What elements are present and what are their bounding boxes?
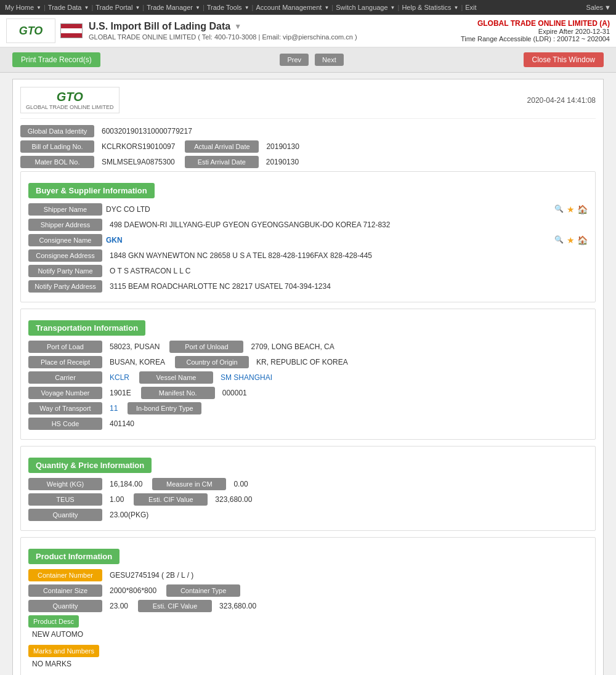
header-bar: GTO U.S. Import Bill of Lading Data ▼ GL…	[0, 15, 616, 47]
teus-cif-row: TEUS 1.00 Esti. CIF Value 323,680.00	[28, 493, 588, 509]
notify-party-name-value: O T S ASTRACON L L C	[106, 265, 588, 277]
container-number-row: Container Number GESU2745194 ( 2B / L / …	[28, 569, 588, 581]
global-data-identity-value: 6003201901310000779217	[98, 125, 596, 137]
notify-party-address-row: Notify Party Address 3115 BEAM ROADCHARL…	[28, 280, 588, 293]
quantity-price-section: Quantity & Price Information Weight (KG)…	[20, 446, 596, 531]
shipper-name-value: DYC CO LTD	[106, 205, 150, 214]
shipper-home-icon[interactable]: 🏠	[577, 204, 588, 214]
hs-code-label: HS Code	[28, 418, 102, 430]
consignee-address-value: 1848 GKN WAYNEWTON NC 28658 U S A TEL 82…	[106, 249, 588, 262]
hs-code-row: HS Code 401140	[28, 418, 588, 430]
nav-trade-portal[interactable]: Trade Portal▼	[95, 4, 140, 11]
main-content: GTO GLOBAL TRADE ONLINE LIMITED 2020-04-…	[12, 79, 604, 675]
consignee-star-icon[interactable]: ★	[567, 235, 575, 245]
global-data-identity-row: Global Data Identity 6003201901310000779…	[20, 125, 596, 137]
esti-cif-qty-value: 323,680.00	[211, 493, 256, 506]
transportation-header: Transportation Information	[28, 320, 145, 336]
manifest-no-label: Manifest No.	[141, 387, 215, 399]
actual-arrival-row: Actual Arrival Date 20190130	[185, 140, 302, 153]
container-size-value: 2000*806*800	[106, 584, 160, 597]
container-number-label: Container Number	[28, 569, 102, 581]
vessel-name-value: SM SHANGHAI	[217, 371, 276, 384]
carrier-label: Carrier	[28, 371, 102, 384]
measure-cm-value: 0.00	[230, 478, 251, 490]
product-desc-section: Product Desc NEW AUTOMO	[28, 615, 588, 641]
in-bond-entry-value	[205, 406, 213, 410]
master-bol-label: Mater BOL No.	[20, 156, 94, 168]
shipper-star-icon[interactable]: ★	[567, 204, 575, 214]
country-of-origin-value: KR, REPUBLIC OF KOREA	[253, 356, 352, 368]
weight-kg-label: Weight (KG)	[28, 478, 102, 490]
consignee-name-label: Consignee Name	[28, 234, 102, 246]
shipper-name-row: Shipper Name DYC CO LTD 🔍 ★ 🏠	[28, 203, 588, 216]
transport-inbond-row: Way of Transport 11 In-bond Entry Type	[28, 402, 588, 418]
account-company: GLOBAL TRADE ONLINE LIMITED (A)	[461, 19, 610, 28]
consignee-address-label: Consignee Address	[28, 249, 102, 262]
weight-measure-row: Weight (KG) 16,184.00 Measure in CM 0.00	[28, 478, 588, 493]
nav-my-home[interactable]: My Home▼	[5, 4, 41, 11]
marks-value: NO MARKS	[28, 657, 588, 671]
consignee-name-value: GKN	[106, 236, 123, 245]
master-bol-row: Mater BOL No. SMLMSEL9A0875300 Esti Arri…	[20, 156, 596, 171]
actual-arrival-label: Actual Arrival Date	[185, 140, 259, 153]
place-country-row: Place of Receipt BUSAN, KOREA Country of…	[28, 356, 588, 371]
product-qty-value: 23.00	[106, 600, 132, 612]
product-cif-label: Esti. CIF Value	[138, 600, 212, 612]
place-of-receipt-value: BUSAN, KOREA	[106, 356, 169, 368]
bol-no-label: Bill of Lading No.	[20, 140, 94, 153]
doc-logo: GTO GLOBAL TRADE ONLINE LIMITED	[20, 87, 120, 113]
port-of-load-value: 58023, PUSAN	[106, 341, 163, 353]
nav-exit[interactable]: Exit	[465, 4, 477, 11]
quantity-row: Quantity 23.00(PKG)	[28, 509, 588, 521]
consignee-name-row: Consignee Name GKN 🔍 ★ 🏠	[28, 234, 588, 246]
country-of-origin-label: Country of Origin	[175, 356, 249, 368]
nav-help-stats[interactable]: Help & Statistics▼	[402, 4, 458, 11]
sales-label: Sales	[586, 4, 604, 11]
flag-icon	[60, 23, 83, 38]
consignee-home-icon[interactable]: 🏠	[577, 235, 588, 245]
bol-no-value: KCLRKORS19010097	[98, 140, 179, 153]
port-row: Port of Load 58023, PUSAN Port of Unload…	[28, 341, 588, 356]
header-subtitle: GLOBAL TRADE ONLINE LIMITED ( Tel: 400-7…	[89, 33, 455, 41]
shipper-address-row: Shipper Address 498 DAEWON-RI JILLYANG-E…	[28, 219, 588, 231]
page-title: U.S. Import Bill of Lading Data	[89, 21, 230, 32]
doc-logo-box: GTO GLOBAL TRADE ONLINE LIMITED	[20, 87, 120, 113]
container-number-value: GESU2745194 ( 2B / L / )	[106, 569, 588, 581]
nav-switch-lang[interactable]: Switch Language▼	[336, 4, 395, 11]
in-bond-entry-label: In-bond Entry Type	[128, 402, 201, 414]
product-desc-value: NEW AUTOMO	[28, 628, 588, 641]
next-button[interactable]: Next	[315, 54, 344, 66]
shipper-search-icon[interactable]: 🔍	[554, 204, 564, 214]
print-button[interactable]: Print Trade Record(s)	[12, 52, 100, 67]
doc-timestamp: 2020-04-24 14:41:08	[527, 96, 596, 105]
carrier-value: KCLR	[106, 371, 133, 384]
vessel-name-label: Vessel Name	[139, 371, 213, 384]
consignee-search-icon[interactable]: 🔍	[554, 235, 564, 245]
top-navigation: My Home▼ | Trade Data▼ | Trade Portal▼ |…	[0, 0, 616, 15]
close-button[interactable]: Close This Window	[524, 52, 604, 67]
notify-party-name-label: Notify Party Name	[28, 265, 102, 277]
voyage-manifest-row: Voyage Number 1901E Manifest No. 000001	[28, 387, 588, 402]
hs-code-value: 401140	[106, 418, 588, 430]
company-logo: GTO	[6, 18, 55, 43]
master-bol-value: SMLMSEL9A0875300	[98, 156, 179, 168]
marks-label: Marks and Numbers	[28, 645, 99, 657]
product-qty-label: Quantity	[28, 600, 102, 612]
esti-arrival-row: Esti Arrival Date 20190130	[185, 156, 302, 168]
port-of-load-label: Port of Load	[28, 341, 102, 353]
time-range: Time Range Accessible (LDR) : 200712 ~ 2…	[461, 35, 610, 42]
bol-arrival-row: Bill of Lading No. KCLRKORS19010097 Actu…	[20, 140, 596, 156]
nav-trade-manager[interactable]: Trade Manager▼	[147, 4, 200, 11]
container-type-label: Container Type	[166, 584, 240, 597]
doc-header: GTO GLOBAL TRADE ONLINE LIMITED 2020-04-…	[20, 87, 596, 119]
nav-trade-data[interactable]: Trade Data▼	[48, 4, 89, 11]
nav-trade-tools[interactable]: Trade Tools▼	[207, 4, 249, 11]
buyer-supplier-section: Buyer & Supplier Information Shipper Nam…	[20, 171, 596, 302]
prev-button[interactable]: Prev	[280, 54, 309, 66]
quantity-label: Quantity	[28, 509, 102, 521]
nav-account-mgmt[interactable]: Account Management▼	[256, 4, 329, 11]
way-of-transport-label: Way of Transport	[28, 402, 102, 414]
header-title-area: U.S. Import Bill of Lading Data ▼ GLOBAL…	[89, 21, 455, 41]
port-of-unload-label: Port of Unload	[169, 341, 243, 353]
measure-cm-label: Measure in CM	[152, 478, 226, 490]
